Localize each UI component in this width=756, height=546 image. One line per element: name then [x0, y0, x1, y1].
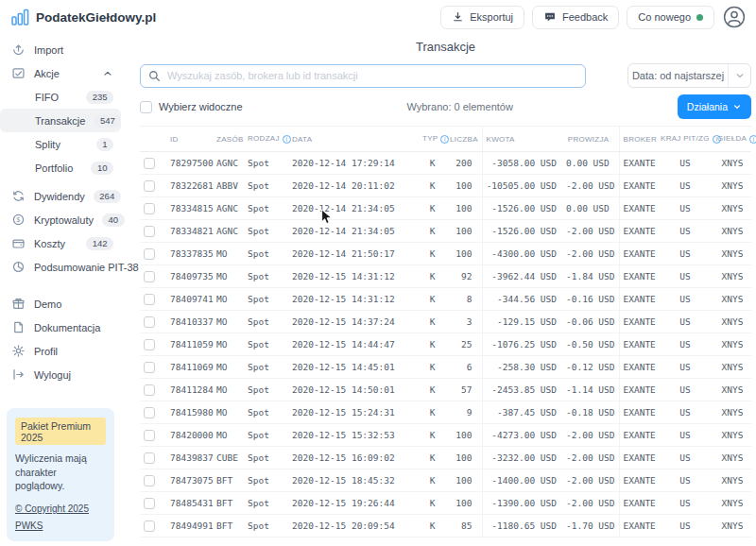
- column-header-zasob[interactable]: ZASÓB: [213, 127, 244, 152]
- cell-id: 78494991: [166, 515, 213, 537]
- sidebar-item-profil[interactable]: Profil: [0, 339, 121, 363]
- cell-id: 78409741: [166, 288, 213, 311]
- table-row[interactable]: 78420000MOSpot2020-12-15 15:32:53K100-42…: [140, 424, 751, 447]
- column-label: KRAJ PIT/ZG: [661, 134, 710, 143]
- sidebar-item-akcje[interactable]: Akcje: [0, 61, 121, 85]
- table-row[interactable]: 78439837CUBESpot2020-12-15 16:09:02K100-…: [140, 447, 751, 469]
- column-header-prowizja[interactable]: PROWIZJA: [562, 127, 619, 152]
- info-icon[interactable]: i: [283, 135, 291, 144]
- row-checkbox[interactable]: [144, 226, 155, 237]
- table-row[interactable]: 78415980MOSpot2020-12-15 15:24:31K9-387.…: [140, 401, 751, 424]
- row-checkbox[interactable]: [144, 520, 155, 532]
- cell-typ: K: [419, 515, 446, 537]
- info-icon[interactable]: i: [440, 135, 449, 144]
- table-row[interactable]: 78409735MOSpot2020-12-15 14:31:12K92-396…: [140, 265, 751, 288]
- column-header-kwota[interactable]: KWOTA: [482, 127, 562, 152]
- sidebar-item-transakcje[interactable]: Transakcje547: [0, 109, 121, 132]
- row-checkbox[interactable]: [144, 362, 155, 373]
- cell-typ: K: [419, 379, 446, 401]
- table-row[interactable]: 78409741MOSpot2020-12-15 14:31:12K8-344.…: [140, 288, 751, 311]
- column-header-liczba[interactable]: LICZBA: [446, 127, 482, 152]
- table-row[interactable]: 78411059MOSpot2020-12-15 14:44:47K25-107…: [140, 333, 751, 356]
- table-row[interactable]: 78411069MOSpot2020-12-15 14:45:01K6-258.…: [140, 356, 751, 379]
- premium-badge: Pakiet Premium 2025: [15, 418, 106, 445]
- sidebar-item-portfolio[interactable]: Portfolio10: [0, 156, 121, 179]
- sidebar-item-fifo[interactable]: FIFO235: [0, 85, 121, 109]
- row-checkbox[interactable]: [144, 384, 155, 396]
- column-header-typ[interactable]: TYPi: [419, 127, 446, 152]
- row-checkbox[interactable]: [144, 180, 155, 192]
- row-checkbox[interactable]: [144, 294, 155, 305]
- column-header-data[interactable]: DATA: [288, 127, 419, 152]
- whats-new-button[interactable]: Co nowego: [627, 6, 714, 29]
- column-header-id[interactable]: ID: [166, 127, 213, 152]
- sidebar-item-import[interactable]: Import: [0, 38, 121, 61]
- actions-button[interactable]: Działania: [678, 94, 751, 119]
- table-row[interactable]: 78473075BFTSpot2020-12-15 18:45:32K100-1…: [140, 469, 751, 492]
- row-checkbox[interactable]: [144, 475, 155, 486]
- export-button[interactable]: Eksportuj: [440, 6, 524, 29]
- column-header-kraj[interactable]: KRAJ PIT/ZGi: [657, 127, 713, 152]
- cell-liczba: 57: [446, 379, 482, 401]
- cell-broker: EXANTE: [619, 288, 657, 311]
- select-visible-checkbox[interactable]: Wybierz widoczne: [140, 101, 243, 113]
- brand-logo[interactable]: PodatekGiełdowy.pl: [11, 9, 156, 26]
- sidebar-item-label: Wyloguj: [34, 369, 113, 381]
- info-icon[interactable]: i: [749, 135, 756, 144]
- sidebar-item-kryptowaluty[interactable]: $Kryptowaluty40: [0, 208, 121, 231]
- table-row[interactable]: 78494991BFTSpot2020-12-15 20:09:54K85-11…: [140, 515, 751, 537]
- cell-liczba: 25: [446, 333, 482, 356]
- table-row[interactable]: 78334815AGNCSpot2020-12-14 21:34:05K100-…: [140, 197, 751, 220]
- row-checkbox-cell: [140, 379, 166, 401]
- cell-id: 78409735: [166, 265, 213, 288]
- feedback-button[interactable]: Feedback: [532, 6, 619, 29]
- row-checkbox-cell: [140, 424, 166, 447]
- cell-liczba: 9: [446, 401, 482, 424]
- table-body: 78297500AGNCSpot2020-12-14 17:29:14K200-…: [140, 152, 751, 537]
- sidebar-item-splity[interactable]: Splity1: [0, 132, 121, 156]
- sidebar-item-demo[interactable]: Demo: [0, 292, 121, 316]
- row-checkbox[interactable]: [144, 158, 155, 169]
- table-row[interactable]: 78297500AGNCSpot2020-12-14 17:29:14K200-…: [140, 152, 751, 175]
- row-checkbox[interactable]: [144, 203, 155, 214]
- search-input[interactable]: [140, 64, 586, 88]
- cell-prowizja: 0.00 USD: [562, 152, 619, 175]
- user-avatar[interactable]: [722, 5, 747, 29]
- cell-broker: EXANTE: [619, 379, 657, 401]
- table-row[interactable]: 78322681ABBVSpot2020-12-14 20:11:02K100-…: [140, 175, 751, 197]
- cell-prowizja: -1.70 USD: [562, 515, 619, 537]
- sidebar-item-wyloguj[interactable]: Wyloguj: [0, 363, 121, 386]
- cell-broker: EXANTE: [619, 424, 657, 447]
- cell-id: 78334815: [166, 197, 213, 220]
- sidebar-nav: ImportAkcjeFIFO235Transakcje547Splity1Po…: [0, 38, 121, 386]
- select-visible-label: Wybierz widoczne: [159, 101, 243, 112]
- cell-liczba: 92: [446, 265, 482, 288]
- column-header-rodzaj[interactable]: RODZAJi: [244, 127, 288, 152]
- row-checkbox[interactable]: [144, 498, 155, 509]
- cell-liczba: 100: [446, 220, 482, 243]
- table-row[interactable]: 78410337MOSpot2020-12-15 14:37:24K3-129.…: [140, 311, 751, 333]
- copyright-link[interactable]: © Copyright 2025 PWKS: [15, 503, 89, 531]
- row-checkbox[interactable]: [144, 430, 155, 441]
- row-checkbox[interactable]: [144, 316, 155, 328]
- row-checkbox[interactable]: [144, 248, 155, 260]
- cell-gielda: XNYS: [713, 197, 751, 220]
- column-header-broker[interactable]: BROKER: [619, 127, 657, 152]
- column-label: PROWIZJA: [568, 135, 610, 144]
- table-row[interactable]: 78411284MOSpot2020-12-15 14:50:01K57-245…: [140, 379, 751, 401]
- sidebar-item-podsumowanie-pit-38[interactable]: Podsumowanie PIT-38: [0, 255, 121, 279]
- cell-id: 78411059: [166, 333, 213, 356]
- row-checkbox[interactable]: [144, 407, 155, 418]
- table-row[interactable]: 78485431BFTSpot2020-12-15 19:26:44K100-1…: [140, 492, 751, 515]
- table-row[interactable]: 78337835MOSpot2020-12-14 21:50:17K100-43…: [140, 243, 751, 265]
- table-row[interactable]: 78334821AGNCSpot2020-12-14 21:34:05K100-…: [140, 220, 751, 243]
- sidebar-item-dokumentacja[interactable]: Dokumentacja: [0, 316, 121, 339]
- sort-select[interactable]: Data: od najstarszej: [627, 63, 751, 88]
- column-header-gielda[interactable]: GIEŁDAi: [713, 127, 751, 152]
- sidebar-item-dywidendy[interactable]: Dywidendy264: [0, 184, 121, 208]
- sidebar-item-koszty[interactable]: Koszty142: [0, 231, 121, 255]
- row-checkbox[interactable]: [144, 339, 155, 350]
- transactions-table: IDZASÓBRODZAJiDATATYPiLICZBAKWOTAPROWIZJ…: [140, 126, 751, 537]
- row-checkbox[interactable]: [144, 271, 155, 282]
- row-checkbox[interactable]: [144, 452, 155, 464]
